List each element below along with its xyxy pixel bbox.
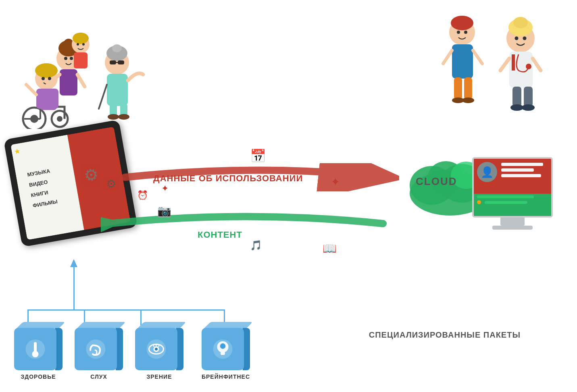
package-hearing: СЛУХ [73,322,125,380]
content-arrow [101,209,391,238]
svg-line-8 [26,85,36,95]
monitor-bar-2 [501,168,534,172]
hearing-icon-svg [85,338,107,360]
svg-point-71 [86,340,106,359]
cloud-label: CLOUD [416,175,457,188]
svg-point-9 [42,77,45,80]
book-icon: 📖 [323,242,337,255]
package-hearing-box [75,322,123,370]
content-label: КОНТЕНТ [198,230,242,240]
package-brain-box [202,322,250,370]
box-front [14,328,56,370]
monitor-avatar-icon: 👤 [477,162,497,182]
monitor-base [492,226,533,230]
calendar-icon: 📅 [250,148,266,164]
people-left-group [0,0,161,129]
package-vision: ЗРЕНИЕ [133,322,185,380]
music-icon: 🎵 [250,240,262,251]
monitor-bar-3 [501,174,541,177]
svg-line-54 [473,50,482,64]
monitor: 👤 [472,157,553,230]
package-brain-label: БРЕЙНФИТНЕС [194,373,258,380]
svg-line-16 [77,75,85,87]
svg-point-51 [451,16,473,30]
svg-point-55 [457,31,460,34]
svg-rect-14 [60,69,77,95]
box-front-2 [75,328,117,370]
package-health: ЗДОРОВЬЕ [12,322,65,380]
svg-point-35 [118,114,129,120]
connector-vertical [73,266,75,311]
box-front-4 [202,328,244,370]
monitor-green-section [474,194,551,216]
svg-point-22 [77,43,79,46]
people-right-group [416,0,561,137]
svg-point-75 [155,348,158,351]
svg-point-56 [464,31,467,34]
health-icon-svg [24,338,46,360]
svg-point-3 [57,116,62,122]
svg-point-48 [510,104,523,111]
svg-point-38 [513,17,528,28]
svg-rect-81 [221,352,225,355]
clock-icon: ⏰ [137,190,148,201]
svg-point-26 [112,44,122,52]
svg-point-5 [35,63,58,78]
svg-point-60 [462,97,474,103]
svg-point-49 [522,104,535,111]
svg-rect-57 [454,77,462,100]
svg-rect-28 [118,60,124,64]
svg-rect-46 [512,87,521,107]
svg-line-42 [500,58,509,71]
camera-icon: 📷 [157,204,171,218]
star-decoration-2: ✦ [331,175,340,189]
monitor-data-bars [501,163,548,180]
monitor-dot [477,200,481,204]
package-health-label: ЗДОРОВЬЕ [12,373,65,380]
star-icon: ★ [13,146,21,156]
svg-line-53 [443,50,452,64]
svg-line-43 [533,58,541,71]
svg-point-34 [108,114,119,120]
svg-rect-21 [74,52,87,68]
svg-point-45 [523,37,527,40]
data-usage-label: ДАННЫЕ ОБ ИСПОЛЬЗОВАНИИ [153,173,303,184]
svg-point-18 [70,57,73,60]
package-health-box [14,322,62,370]
connector-horizontal [27,309,225,311]
arrow-up-icon [70,259,77,267]
svg-rect-52 [452,44,473,79]
box-front-3 [135,328,177,370]
svg-rect-40 [512,54,515,71]
svg-rect-30 [107,74,128,106]
svg-point-23 [82,43,85,46]
svg-point-17 [64,57,67,60]
svg-point-70 [32,351,39,357]
main-scene: ★ МУЗЫКА ВИДЕО КНИГИ ФИЛЬМЫ ⚙ ⚙ [0,0,577,392]
packages-row: ЗДОРОВЬЕ СЛУХ [12,322,258,380]
monitor-green-bar-1 [477,195,534,198]
monitor-screen: 👤 [472,157,553,218]
packages-section-label: СПЕЦИАЛИЗИРОВАННЫЕ ПАКЕТЫ [369,330,521,340]
svg-point-44 [515,37,519,40]
svg-rect-27 [110,60,116,64]
package-vision-label: ЗРЕНИЕ [133,373,185,380]
package-vision-box [135,322,183,370]
monitor-stand [500,218,525,226]
svg-line-31 [99,85,107,109]
star-decoration-1: ✦ [161,183,169,194]
monitor-green-bar-2 [485,201,527,204]
monitor-bar-1 [501,163,543,166]
svg-point-41 [526,64,531,69]
vision-icon-svg [145,338,167,360]
package-brain: БРЕЙНФИТНЕС [194,322,258,380]
svg-point-20 [73,33,89,44]
svg-rect-47 [524,87,533,107]
package-hearing-label: СЛУХ [73,373,125,380]
svg-rect-58 [464,77,472,100]
brain-icon-svg [212,338,234,360]
svg-rect-7 [40,103,56,110]
